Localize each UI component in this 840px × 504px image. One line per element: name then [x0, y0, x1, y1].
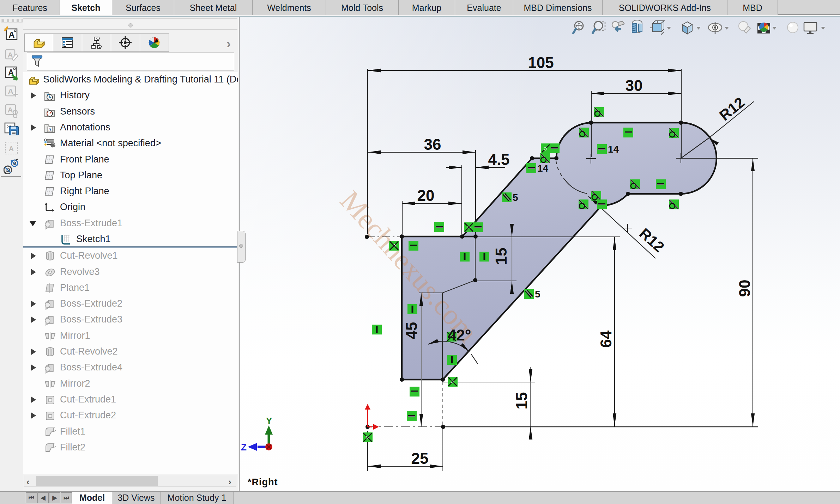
svg-text:15: 15	[513, 392, 530, 410]
svg-text:A: A	[9, 145, 14, 153]
svg-text:64: 64	[597, 330, 615, 348]
svg-text:15: 15	[492, 248, 510, 265]
svg-text:30: 30	[626, 77, 643, 94]
svg-text:A: A	[8, 87, 13, 95]
svg-text:A: A	[7, 51, 13, 59]
svg-text:Y: Y	[266, 416, 272, 426]
svg-text:Z: Z	[241, 442, 247, 453]
svg-text:90: 90	[736, 280, 753, 297]
svg-text:42°: 42°	[448, 326, 471, 344]
svg-text:R12: R12	[636, 225, 667, 255]
svg-text:5: 5	[535, 289, 540, 300]
svg-text:R12: R12	[716, 94, 748, 124]
svg-text:105: 105	[528, 54, 554, 71]
svg-text:5: 5	[513, 192, 518, 203]
svg-text:45: 45	[403, 322, 420, 339]
svg-text:A: A	[8, 30, 14, 39]
svg-text:36: 36	[424, 136, 441, 153]
svg-text:14: 14	[608, 144, 619, 155]
svg-text:A: A	[7, 106, 13, 114]
svg-text:4.5: 4.5	[488, 151, 509, 168]
svg-text:14: 14	[537, 163, 549, 174]
svg-text:A: A	[48, 127, 52, 132]
svg-text:20: 20	[417, 187, 435, 204]
svg-text:25: 25	[411, 450, 429, 467]
